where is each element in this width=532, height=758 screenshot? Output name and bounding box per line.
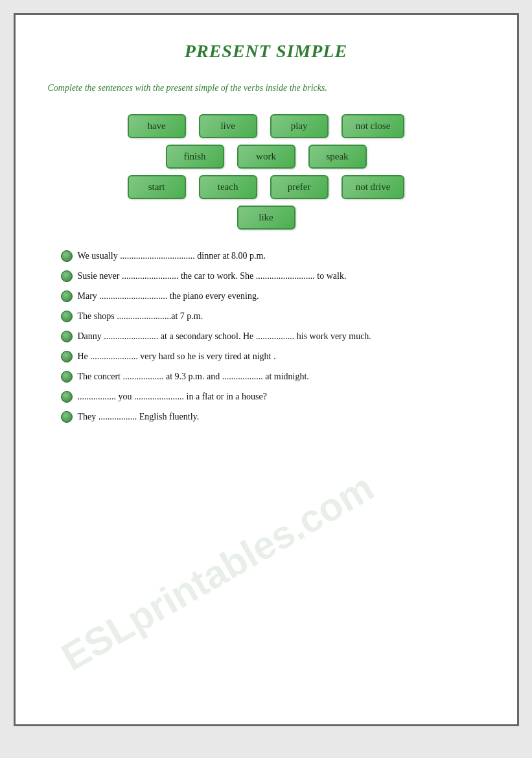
bullet-icon [61, 411, 73, 423]
sentence-4: The shops ........................at 7 p… [78, 309, 485, 323]
sentence-5: Danny ........................ at a seco… [78, 329, 485, 343]
bullet-icon [61, 331, 73, 342]
watermark: ESLprintables.com [54, 465, 381, 680]
list-item: Mary .............................. the … [61, 289, 485, 303]
verb-brick-finish: finish [166, 145, 224, 169]
list-item: They ................. English fluently. [61, 410, 485, 423]
verb-row-4: like [48, 206, 485, 230]
list-item: Susie never ......................... th… [61, 269, 485, 283]
sentence-2: Susie never ......................... th… [78, 269, 485, 283]
verbs-section: have live play not close finish work spe… [48, 114, 485, 230]
list-item: The shops ........................at 7 p… [61, 309, 485, 323]
list-item: We usually .............................… [61, 249, 485, 263]
list-item: He ..................... very hard so he… [61, 349, 485, 363]
page-title: PRESENT SIMPLE [48, 41, 485, 62]
list-item: Danny ........................ at a seco… [61, 329, 485, 343]
bullet-icon [61, 290, 73, 302]
list-item: ................. you ..................… [61, 390, 485, 403]
instructions-text: Complete the sentences with the present … [48, 81, 485, 95]
list-item: The concert .................. at 9.3 p.… [61, 370, 485, 383]
verb-brick-prefer: prefer [270, 175, 329, 199]
sentence-6: He ..................... very hard so he… [78, 349, 485, 363]
verb-brick-work: work [237, 145, 295, 169]
verb-brick-live: live [199, 114, 257, 138]
bullet-icon [61, 391, 73, 403]
verb-brick-like: like [237, 206, 295, 230]
bullet-icon [61, 371, 73, 383]
verb-brick-play: play [270, 114, 329, 138]
bullet-icon [61, 270, 73, 282]
verb-brick-have: have [128, 114, 186, 138]
sentences-section: We usually .............................… [48, 249, 485, 423]
verb-brick-not-close: not close [341, 114, 405, 138]
verb-row-1: have live play not close [48, 114, 485, 138]
bullet-icon [61, 351, 73, 362]
verb-row-3: start teach prefer not drive [48, 175, 485, 199]
sentence-8: ................. you ..................… [78, 390, 485, 403]
verb-brick-start: start [128, 175, 186, 199]
verb-brick-speak: speak [308, 145, 367, 169]
bullet-icon [61, 250, 73, 262]
worksheet-page: PRESENT SIMPLE Complete the sentences wi… [14, 13, 519, 726]
verb-brick-not-drive: not drive [341, 175, 405, 199]
sentence-7: The concert .................. at 9.3 p.… [78, 370, 485, 383]
verb-brick-teach: teach [199, 175, 257, 199]
sentence-9: They ................. English fluently. [78, 410, 485, 423]
sentence-3: Mary .............................. the … [78, 289, 485, 303]
verb-row-2: finish work speak [48, 145, 485, 169]
bullet-icon [61, 311, 73, 322]
sentence-1: We usually .............................… [78, 249, 485, 263]
